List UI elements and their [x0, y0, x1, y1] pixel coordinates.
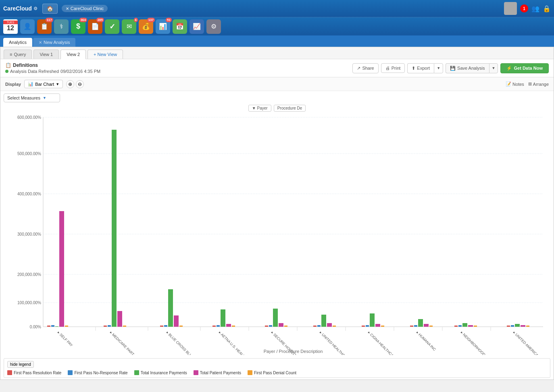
notification-badge[interactable]: 1 [520, 4, 528, 12]
share-button[interactable]: ↗ Share [352, 63, 378, 73]
payments-icon[interactable]: $ 364 [71, 19, 85, 34]
clinical-icon[interactable]: ⚕ [54, 19, 69, 34]
svg-text:▸ HUMANA INC: ▸ HUMANA INC [416, 330, 437, 352]
chart-area: ▼ Payer Procedure De 600,000.00% 500,000… [0, 105, 554, 357]
billing-icon[interactable]: 📋 117 [37, 19, 52, 34]
share-icon: ↗ [357, 66, 360, 71]
svg-rect-73 [521, 325, 525, 327]
refresh-date: 09/02/2016 4:35 PM [60, 69, 100, 74]
get-data-button[interactable]: ⚡ Get Data Now [500, 63, 549, 73]
export-button[interactable]: ⬆ Export [407, 63, 434, 73]
tab-analytics[interactable]: Analytics [3, 38, 32, 47]
svg-rect-64 [454, 326, 458, 327]
svg-rect-41 [269, 325, 272, 327]
tab-new-analysis-x[interactable]: ✕ [39, 40, 42, 45]
secondary-tabs: ≡ Query View 1 View 2 + New View [0, 47, 554, 59]
measures-select[interactable]: Select Measures ▼ [4, 93, 60, 102]
save-caret-button[interactable]: ▼ [489, 63, 498, 73]
analytics-icon[interactable]: 📈 [190, 19, 204, 34]
lightning-icon: ⚡ [506, 66, 512, 71]
save-icon: 💾 [450, 66, 456, 71]
measures-caret: ▼ [43, 96, 46, 100]
filter-payer-icon: ▼ [252, 106, 256, 110]
svg-rect-72 [515, 324, 520, 327]
tab-analytics-label: Analytics [9, 40, 27, 45]
zoom-in-button[interactable]: ⊕ [66, 80, 74, 88]
definitions-section: 📋 Definitions Analysis Data Refreshed 09… [5, 62, 100, 74]
tab-query[interactable]: ≡ Query [4, 50, 32, 59]
export-label: Export [417, 66, 430, 71]
chart-type-select[interactable]: 📊 Bar Chart ▼ [24, 80, 63, 88]
svg-rect-37 [226, 324, 231, 327]
get-data-label: Get Data Now [514, 66, 543, 71]
clinic-tab-x[interactable]: ✕ [66, 6, 69, 11]
display-left: Display 📊 Bar Chart ▼ ⊕ ⊖ [5, 80, 84, 88]
export-caret-button[interactable]: ▼ [434, 63, 443, 73]
save-group: 💾 Save Analysis ▼ [446, 63, 498, 73]
reports-icon[interactable]: 📊 51 [156, 19, 170, 34]
arrange-button[interactable]: ⊞ Arrange [528, 81, 549, 87]
legend-item-3: Total Patient Payments [194, 370, 241, 375]
chart-type-label: Bar Chart [35, 82, 54, 87]
home-button[interactable]: 🏠 [42, 4, 58, 14]
display-label: Display [5, 82, 21, 87]
svg-text:▸ CIGNA HEALTHCARE: ▸ CIGNA HEALTHCARE [367, 330, 398, 355]
export-icon: ⬆ [412, 66, 415, 71]
svg-text:Payer / Procedure Description: Payer / Procedure Description [264, 349, 323, 354]
definitions-label: Definitions [13, 62, 38, 68]
save-button[interactable]: 💾 Save Analysis [446, 63, 489, 73]
legend-item-1: First Pass No-Response Rate [68, 370, 127, 375]
messages-icon[interactable]: ✉ 6 [122, 19, 136, 34]
analysis-toolbar: 📋 Definitions Analysis Data Refreshed 09… [0, 59, 554, 77]
calendar-icon[interactable]: TUES 12 [3, 19, 18, 34]
documents-icon[interactable]: 📄 285 [88, 19, 102, 34]
tab-new-view[interactable]: + New View [87, 50, 123, 59]
zoom-out-button[interactable]: ⊖ [76, 80, 84, 88]
svg-rect-38 [232, 326, 235, 327]
svg-rect-26 [123, 326, 126, 327]
filter-tag-procedure[interactable]: Procedure De [274, 105, 306, 112]
filter-tag-payer[interactable]: ▼ Payer [248, 105, 271, 112]
filter-payer-label: Payer [257, 106, 268, 110]
svg-rect-60 [418, 319, 423, 327]
settings-icon[interactable]: ⚙ [206, 19, 221, 34]
query-icon: ≡ [10, 52, 12, 57]
svg-text:▸ UNITED HEALTHCARE: ▸ UNITED HEALTHCARE [319, 330, 351, 355]
measures-label: Select Measures [7, 95, 40, 100]
svg-rect-18 [59, 211, 64, 327]
logo-icon: ⚙ [33, 6, 37, 11]
schedule-icon[interactable]: 📅 [173, 19, 187, 34]
hide-legend-button[interactable]: hide legend [7, 361, 34, 368]
svg-text:200,000.00%: 200,000.00% [17, 272, 41, 277]
print-button[interactable]: 🖨 Print [381, 63, 405, 73]
action-buttons: ↗ Share 🖨 Print ⬆ Export ▼ 💾 Save Analys… [352, 63, 549, 73]
svg-text:▸ BLUE CROSS BLUE SHIE...: ▸ BLUE CROSS BLUE SHIE... [166, 330, 204, 355]
legend-item-4: First Pass Denial Count [248, 370, 296, 375]
legend-color-3 [194, 370, 198, 375]
tab-view1[interactable]: View 1 [33, 50, 59, 59]
svg-rect-43 [279, 323, 283, 327]
patients-icon[interactable]: 👤 [20, 19, 35, 34]
legend-items: First Pass Resolution Rate First Pass No… [7, 370, 547, 375]
svg-text:100,000.00%: 100,000.00% [17, 301, 41, 305]
svg-rect-34 [212, 326, 216, 327]
measures-row: Select Measures ▼ [0, 91, 554, 105]
svg-rect-68 [474, 326, 477, 327]
svg-rect-31 [174, 315, 179, 327]
svg-text:▸ NEIGHBORHOOD HEALTH...: ▸ NEIGHBORHOOD HEALTH... [460, 330, 499, 355]
svg-rect-58 [410, 326, 413, 327]
clinic-tab[interactable]: ✕ CareCloud Clinic [62, 5, 108, 12]
svg-rect-62 [429, 326, 433, 327]
tab-new-analysis[interactable]: ✕ New Analysis [33, 38, 75, 47]
chart-type-caret: ▼ [56, 82, 59, 86]
tab-view1-label: View 1 [40, 52, 53, 57]
svg-rect-61 [424, 324, 429, 327]
notes-button[interactable]: 📝 Notes [506, 81, 524, 87]
tasks-icon[interactable]: ✓ [105, 19, 119, 34]
svg-rect-35 [217, 325, 220, 327]
svg-rect-42 [273, 309, 278, 327]
tab-view2[interactable]: View 2 [60, 50, 86, 59]
chart-controls-bar: Display 📊 Bar Chart ▼ ⊕ ⊖ 📝 Notes ⊞ Arra… [0, 77, 554, 91]
svg-rect-67 [468, 325, 473, 327]
payments2-icon[interactable]: 💰 137 [139, 19, 153, 34]
